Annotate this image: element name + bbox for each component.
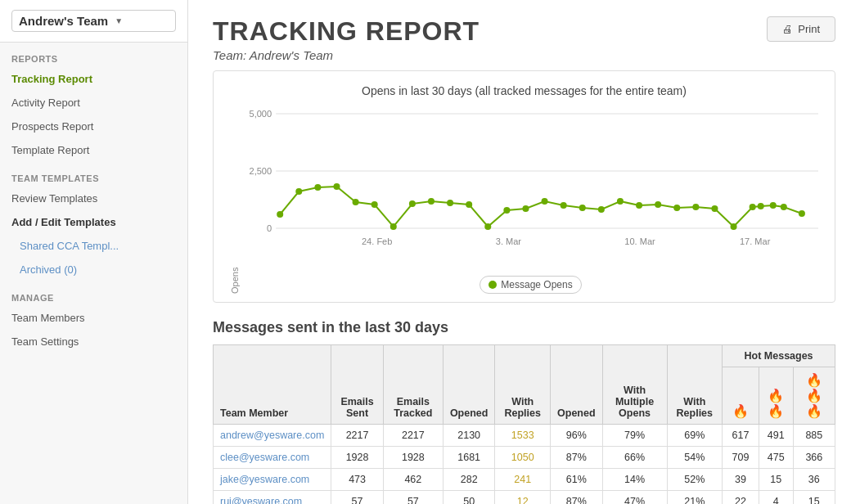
print-button[interactable]: 🖨 Print (767, 16, 835, 42)
sidebar-section-label: REPORTS (0, 43, 187, 67)
cell-emails-sent: 2217 (331, 425, 383, 447)
col-team-member: Team Member (214, 345, 331, 425)
sidebar-item-activity-report[interactable]: Activity Report (0, 91, 187, 115)
col-opened: Opened (443, 345, 495, 425)
svg-point-19 (447, 200, 453, 206)
table-row: jake@yesware.com 473 462 282 241 61% 14%… (214, 469, 835, 491)
y-axis-label: Opens (230, 106, 240, 294)
cell-hot2: 475 (759, 447, 793, 469)
cell-multiple-opens: 14% (602, 469, 667, 491)
chart-inner: 5,000 2,500 0 24. Feb 3. Mar 10. Mar 17.… (243, 106, 818, 294)
svg-point-33 (711, 205, 718, 212)
chart-legend: Message Opens (243, 276, 818, 294)
cell-hot1: 617 (723, 425, 759, 447)
svg-point-38 (781, 204, 787, 210)
team-selector[interactable]: Andrew's Team ▼ (11, 10, 176, 32)
cell-hot3: 366 (793, 447, 835, 469)
cell-hot3: 15 (793, 491, 835, 505)
legend-dot-icon (489, 281, 497, 289)
sidebar-item-tracking-report[interactable]: Tracking Report (0, 67, 187, 91)
sidebar-item-prospects-report[interactable]: Prospects Report (0, 115, 187, 138)
cell-multiple-opens: 47% (602, 491, 667, 505)
cell-opened: 282 (443, 469, 495, 491)
flame1-icon: 🔥 (732, 404, 749, 418)
svg-point-21 (484, 223, 491, 230)
svg-text:3. Mar: 3. Mar (496, 236, 522, 246)
print-icon: 🖨 (782, 23, 793, 35)
member-link[interactable]: rui@yesware.com (220, 496, 302, 504)
cell-emails-sent: 57 (331, 491, 383, 505)
svg-point-18 (428, 198, 435, 205)
svg-point-32 (692, 204, 699, 210)
cell-opened: 50 (443, 491, 495, 505)
svg-point-31 (673, 205, 680, 211)
svg-point-22 (503, 207, 510, 214)
cell-with-replies: 1050 (495, 447, 551, 469)
col-hot-messages: Hot Messages (723, 345, 835, 367)
section-title: Messages sent in the last 30 days (213, 319, 835, 336)
table-row: clee@yesware.com 1928 1928 1681 1050 87%… (214, 447, 835, 469)
col-opened-pct: Opened (551, 345, 603, 425)
cell-opened-pct: 87% (551, 491, 603, 505)
sidebar-item-template-report[interactable]: Template Report (0, 138, 187, 162)
line-chart-svg: 5,000 2,500 0 24. Feb 3. Mar 10. Mar 17.… (243, 106, 818, 269)
cell-with-replies: 1533 (495, 425, 551, 447)
svg-point-37 (770, 202, 777, 209)
sidebar: Andrew's Team ▼ REPORTSTracking ReportAc… (0, 0, 188, 504)
svg-point-13 (333, 183, 340, 190)
cell-hot2: 491 (759, 425, 793, 447)
chart-container: Opens in last 30 days (all tracked messa… (213, 70, 835, 303)
cell-emails-sent: 473 (331, 469, 383, 491)
svg-point-35 (750, 204, 756, 210)
cell-emails-sent: 1928 (331, 447, 383, 469)
cell-with-replies-pct: 54% (667, 447, 723, 469)
svg-point-25 (561, 202, 567, 209)
flame2-icon: 🔥🔥 (768, 389, 784, 418)
sidebar-item-archived[interactable]: Archived (0) (0, 258, 187, 281)
col-hot2: 🔥🔥 (759, 367, 793, 425)
sidebar-item-team-settings[interactable]: Team Settings (0, 330, 187, 353)
sidebar-item-review-templates[interactable]: Review Templates (0, 187, 187, 210)
member-link[interactable]: andrew@yesware.com (220, 430, 324, 441)
cell-with-replies-pct: 69% (667, 425, 723, 447)
svg-text:17. Mar: 17. Mar (740, 236, 771, 246)
member-link[interactable]: clee@yesware.com (220, 452, 309, 463)
col-multiple-opens: With Multiple Opens (602, 345, 667, 425)
cell-with-replies-pct: 21% (667, 491, 723, 505)
chart-title: Opens in last 30 days (all tracked messa… (230, 84, 818, 97)
cell-hot1: 39 (723, 469, 759, 491)
cell-with-replies: 241 (495, 469, 551, 491)
svg-point-24 (542, 198, 548, 205)
col-emails-sent: Emails Sent (331, 345, 383, 425)
svg-text:2,500: 2,500 (250, 166, 272, 176)
svg-point-39 (799, 210, 805, 217)
member-link[interactable]: jake@yesware.com (220, 474, 309, 485)
cell-hot1: 709 (723, 447, 759, 469)
table-row: andrew@yesware.com 2217 2217 2130 1533 9… (214, 425, 835, 447)
svg-point-29 (636, 202, 642, 209)
cell-hot1: 22 (723, 491, 759, 505)
svg-text:24. Feb: 24. Feb (362, 236, 392, 246)
svg-point-17 (409, 200, 416, 207)
cell-opened-pct: 87% (551, 447, 603, 469)
sidebar-item-add-edit-templates[interactable]: Add / Edit Templates (0, 210, 187, 234)
sidebar-item-team-members[interactable]: Team Members (0, 306, 187, 330)
sidebar-item-shared-cca[interactable]: Shared CCA Templ... (0, 234, 187, 258)
cell-emails-tracked: 462 (383, 469, 443, 491)
svg-text:0: 0 (267, 223, 272, 233)
print-label: Print (798, 23, 820, 35)
col-with-replies: With Replies (495, 345, 551, 425)
svg-text:10. Mar: 10. Mar (624, 236, 655, 246)
cell-hot2: 15 (759, 469, 793, 491)
svg-point-12 (314, 184, 321, 191)
col-hot1: 🔥 (723, 367, 759, 425)
svg-point-14 (353, 199, 359, 205)
sidebar-section-label: MANAGE (0, 281, 187, 306)
svg-point-30 (655, 201, 661, 208)
table-header-row: Team Member Emails Sent Emails Tracked O… (214, 345, 835, 367)
svg-point-16 (390, 223, 397, 230)
page-title: TRACKING REPORT (213, 16, 480, 47)
team-selector-label: Andrew's Team (19, 14, 108, 28)
cell-member: rui@yesware.com (214, 491, 331, 505)
svg-point-36 (758, 203, 764, 209)
